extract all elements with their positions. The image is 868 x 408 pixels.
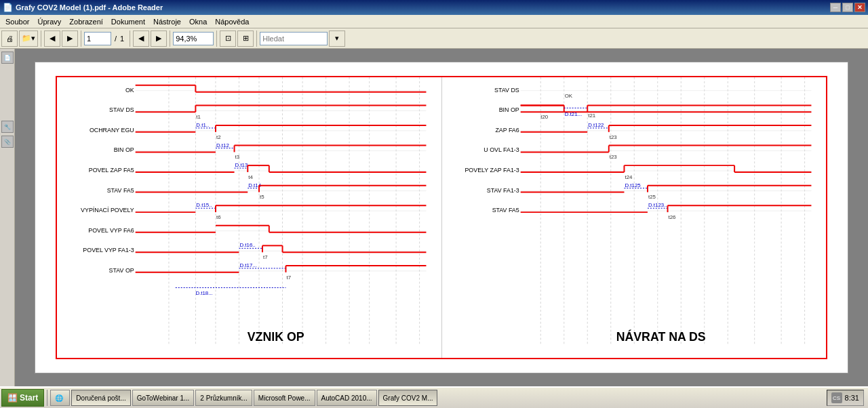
- page-input[interactable]: [84, 32, 111, 45]
- sidebar-icon-3[interactable]: 📎: [1, 136, 14, 148]
- dt1-label: D.t1..: [196, 122, 209, 128]
- minimize-button[interactable]: ─: [830, 3, 841, 12]
- taskbar-btn-webinar[interactable]: GoToWebinar 1...: [132, 390, 195, 406]
- t7-label: t7: [263, 254, 268, 260]
- system-tray: CS 8:31: [827, 390, 864, 406]
- rt26-label: t26: [668, 214, 676, 220]
- left-title: VZNIK OP: [248, 330, 304, 344]
- toolbar-separator-5: [216, 30, 217, 47]
- rdt21-label: D.t21...: [564, 111, 581, 117]
- rt20-label: t20: [540, 114, 549, 120]
- menu-upravy[interactable]: Úpravy: [33, 16, 65, 27]
- label-povel-zap: POVEL ZAP FA5: [89, 167, 134, 174]
- toolbar-separator-3: [130, 30, 130, 47]
- menu-nastroje[interactable]: Nástroje: [149, 16, 185, 27]
- rt23b-label: t23: [609, 154, 617, 160]
- r-label-u-ovl: U OVL FA1-3: [484, 146, 519, 153]
- right-title: NÁVRAT NA DS: [616, 329, 705, 344]
- tray-icon-1: CS: [831, 392, 842, 403]
- right-diagram-svg: STAV DS BIN OP ZAP FA6 U OVL FA1-3 POVEL…: [442, 77, 827, 358]
- label-ok: OK: [125, 87, 134, 94]
- menu-zobrazeni[interactable]: Zobrazení: [65, 16, 107, 27]
- sidebar-icon-1[interactable]: 📄: [1, 52, 14, 64]
- taskbar-btn-autocad[interactable]: AutoCAD 2010...: [317, 390, 377, 406]
- rdt122-label: D.t122: [588, 122, 604, 128]
- label-bin-op: BIN OP: [114, 146, 134, 153]
- menu-soubor[interactable]: Soubor: [1, 16, 33, 27]
- label-stav-fa5: STAV FA5: [107, 187, 134, 194]
- pdf-page: OK STAV DS OCHRANY EGU BIN OP POVEL ZAP …: [35, 62, 848, 373]
- label-stav-ds: STAV DS: [109, 106, 134, 113]
- main-content: OK STAV DS OCHRANY EGU BIN OP POVEL ZAP …: [15, 49, 868, 386]
- r-label-bin-op: BIN OP: [498, 106, 519, 113]
- taskbar-right: CS 8:31: [827, 390, 867, 406]
- menu-dokument[interactable]: Dokument: [107, 16, 149, 27]
- label-stav-op: STAV OP: [109, 267, 134, 274]
- rt25-label: t25: [648, 194, 656, 200]
- dt15-label: D.t15..: [196, 202, 212, 208]
- right-diagram: STAV DS BIN OP ZAP FA6 U OVL FA1-3 POVEL…: [442, 77, 827, 358]
- rt21-label: t21: [588, 113, 595, 119]
- taskbar-btn-ppt[interactable]: Microsoft Powe...: [254, 390, 315, 406]
- t7b-label: t7: [286, 274, 291, 281]
- taskbar-btn-mail[interactable]: Doručená pošt...: [71, 390, 130, 406]
- r-label-zap-fa6: ZAP FA6: [495, 127, 519, 134]
- r-label-stav-fa5: STAV FA5: [492, 207, 519, 213]
- fit-page-button[interactable]: ⊡: [220, 30, 236, 47]
- dt13-label: D.t13: [235, 162, 248, 168]
- search-input[interactable]: [260, 32, 328, 45]
- rt23-label: t23: [609, 134, 617, 140]
- t1-label: t1: [196, 114, 201, 120]
- toolbar-separator-6: [256, 30, 257, 47]
- sidebar-icon-2[interactable]: 🔧: [1, 121, 14, 133]
- zoom-out-button[interactable]: ◀: [133, 30, 149, 47]
- toolbar-separator-1: [41, 30, 41, 47]
- zoom-input[interactable]: [173, 32, 214, 45]
- menu-napoveda[interactable]: Nápověda: [211, 16, 253, 27]
- r-ok-label: OK: [564, 93, 572, 99]
- r-label-stav-fa13: STAV FA1-3: [486, 187, 519, 194]
- label-povel-vyp-fa6: POVEL VYP FA6: [88, 227, 134, 234]
- t2-label: t2: [216, 134, 221, 140]
- total-pages: 1: [120, 35, 124, 43]
- rt24-label: t24: [625, 174, 633, 180]
- t6-label: t6: [216, 214, 221, 220]
- t5-label: t5: [260, 194, 264, 200]
- left-diagram: OK STAV DS OCHRANY EGU BIN OP POVEL ZAP …: [57, 77, 442, 358]
- dt16-label: D.t16..: [239, 242, 255, 248]
- taskbar: 🪟 Start 🌐 Doručená pošt... GoToWebinar 1…: [0, 386, 868, 408]
- title-bar-left: 📄 Grafy COV2 Model (1).pdf - Adobe Reade…: [3, 3, 163, 12]
- menu-okna[interactable]: Okna: [185, 16, 211, 27]
- close-button[interactable]: ✕: [854, 3, 865, 12]
- fit-width-button[interactable]: ⊞: [237, 30, 254, 47]
- diagram-area: OK STAV DS OCHRANY EGU BIN OP POVEL ZAP …: [56, 76, 827, 359]
- taskbar-btn-explorer[interactable]: 2 Průzkumník...: [195, 390, 252, 406]
- start-icon: 🪟: [7, 393, 18, 403]
- back-button[interactable]: ◀: [44, 30, 60, 47]
- window-title: Grafy COV2 Model (1).pdf - Adobe Reader: [16, 3, 163, 12]
- r-label-povely: POVELY ZAP FA1-3: [465, 167, 519, 174]
- forward-button[interactable]: ▶: [62, 30, 78, 47]
- taskbar-separator: [47, 390, 47, 406]
- toolbar-separator-2: [81, 30, 81, 47]
- app-icon: 📄: [3, 3, 13, 12]
- maximize-button[interactable]: □: [842, 3, 853, 12]
- page-separator: /: [113, 35, 119, 43]
- title-bar: 📄 Grafy COV2 Model (1).pdf - Adobe Reade…: [0, 0, 868, 15]
- rdt123-label: D.t123..: [648, 202, 667, 208]
- search-button[interactable]: ▾: [329, 30, 345, 47]
- menu-bar: Soubor Úpravy Zobrazení Dokument Nástroj…: [0, 15, 868, 28]
- taskbar-btn-ie[interactable]: 🌐: [50, 390, 70, 406]
- t4-label: t4: [248, 174, 253, 180]
- rdt125-label: D.t125: [625, 182, 641, 188]
- taskbar-btn-grafy[interactable]: Grafy COV2 M...: [378, 390, 438, 406]
- start-button[interactable]: 🪟 Start: [1, 389, 44, 407]
- label-ochrany: OCHRANY EGU: [90, 127, 134, 134]
- toolbar: 🖨 📁▾ ◀ ▶ / 1 ◀ ▶ ⊡ ⊞ ▾: [0, 28, 868, 49]
- open-button[interactable]: 📁▾: [19, 30, 38, 47]
- dt12-label: D.t12: [216, 142, 229, 148]
- label-vyp: VYPÍNACÍ POVELY: [81, 207, 134, 213]
- print-button[interactable]: 🖨: [1, 30, 18, 47]
- zoom-in-button[interactable]: ▶: [151, 30, 167, 47]
- tray-time: 8:31: [845, 394, 859, 402]
